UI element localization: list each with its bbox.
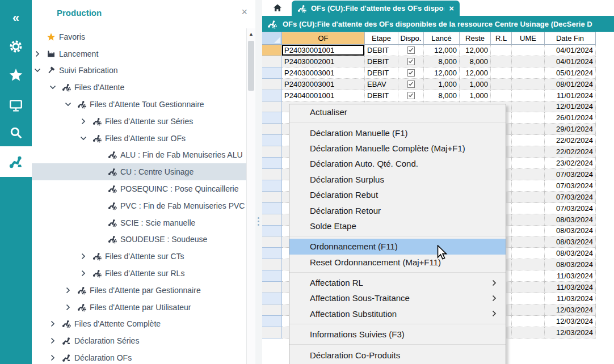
dispo-checkbox-checked[interactable]	[407, 46, 415, 54]
cell-dispo[interactable]	[398, 67, 424, 79]
cell-ume[interactable]	[512, 101, 545, 113]
tree-item[interactable]: PVC : Fin de Fab Menuiseries PVC	[32, 197, 246, 214]
dispo-checkbox-checked[interactable]	[407, 81, 415, 88]
cell-of[interactable]: P24030002001	[282, 56, 365, 67]
cell-reste[interactable]: 1,000	[460, 79, 491, 90]
cell-ume[interactable]	[512, 293, 545, 304]
cell-ume[interactable]	[512, 124, 545, 135]
search-icon[interactable]	[0, 121, 32, 144]
cell-date[interactable]: 12/03/2024	[545, 316, 596, 327]
menu-item[interactable]: Informations Suivies (F3)	[289, 327, 506, 342]
menu-item[interactable]: Solde Etape	[289, 218, 506, 234]
menu-item[interactable]: Déclaration Manuelle (F1)	[289, 125, 506, 140]
menu-item[interactable]: Reset Ordonnancement (Maj+F11)	[289, 255, 506, 270]
menu-item[interactable]: Affectation Substitution	[289, 306, 506, 321]
cell-rl[interactable]	[491, 79, 512, 90]
scrollbar-up-arrow-icon[interactable]: ▲	[247, 29, 255, 39]
favorites-star-icon[interactable]	[0, 64, 32, 86]
menu-item[interactable]: Déclaration Manuelle Complète (Maj+F1)	[289, 141, 506, 156]
cell-ume[interactable]	[512, 316, 545, 327]
screens-monitor-icon[interactable]	[0, 94, 32, 117]
cell-etape[interactable]: DEBIT	[365, 56, 398, 67]
chevron-down-icon[interactable]	[35, 66, 47, 74]
row-selector[interactable]	[262, 192, 282, 203]
cell-ume[interactable]	[512, 146, 545, 158]
cell-ume[interactable]	[512, 259, 545, 270]
tree-item[interactable]: Files d'Attente Tout Gestionnaire	[32, 96, 246, 113]
cell-reste[interactable]: 12,000	[460, 67, 491, 79]
tree-item[interactable]: Files d'Attente sur Séries	[32, 113, 246, 130]
row-selector[interactable]	[262, 214, 282, 226]
cell-date[interactable]: 29/01/2024	[545, 124, 596, 135]
row-selector[interactable]	[262, 135, 282, 146]
column-header-of[interactable]: OF	[282, 32, 365, 45]
row-selector[interactable]	[262, 226, 282, 237]
cell-dispo[interactable]	[398, 45, 424, 56]
row-selector[interactable]	[262, 236, 282, 248]
modules-gear-icon[interactable]	[0, 35, 32, 58]
row-selector[interactable]	[262, 270, 282, 282]
tree-item[interactable]: ALU : Fin de Fab Menuiseries ALU	[32, 147, 246, 164]
row-selector[interactable]	[262, 282, 282, 293]
tree-item[interactable]: POSEQUINC : Pose Quincaillerie	[32, 180, 246, 197]
tree-item[interactable]: Files d'Attente sur OFs	[32, 130, 246, 147]
row-selector[interactable]	[262, 146, 282, 158]
menu-item[interactable]: Ordonnancement (F11)	[289, 239, 506, 254]
row-selector[interactable]	[262, 304, 282, 316]
column-header-rl[interactable]: R.L	[491, 32, 512, 45]
cell-of[interactable]: P24040001001	[282, 90, 365, 101]
cell-date[interactable]: 05/01/2024	[545, 67, 596, 79]
chevron-right-icon[interactable]	[81, 252, 92, 260]
row-selector[interactable]	[262, 90, 282, 101]
chevron-down-icon[interactable]	[66, 100, 77, 108]
cell-dispo[interactable]	[398, 79, 424, 90]
cell-etape[interactable]: DEBIT	[365, 67, 398, 79]
panel-splitter[interactable]	[255, 0, 262, 364]
menu-item[interactable]: Actualiser	[289, 104, 506, 120]
cell-date[interactable]: 04/01/2024	[545, 56, 596, 67]
row-selector[interactable]	[262, 56, 282, 67]
tree-item[interactable]: Files d'Attente	[32, 79, 246, 96]
cell-lance[interactable]: 12,000	[424, 45, 460, 56]
row-selector[interactable]	[262, 45, 282, 56]
cell-date[interactable]: 12/03/2024	[545, 304, 596, 316]
cell-of[interactable]: P24030003001	[282, 79, 365, 90]
tree-item[interactable]: Suivi Fabrication	[32, 62, 246, 79]
cell-rl[interactable]	[491, 90, 512, 101]
menu-item[interactable]: Déclaration Surplus	[289, 172, 506, 187]
close-panel-icon[interactable]: ×	[241, 7, 247, 17]
tab-home[interactable]	[264, 2, 291, 16]
cell-ume[interactable]	[512, 236, 545, 248]
cell-ume[interactable]	[512, 169, 545, 180]
cell-ume[interactable]	[512, 135, 545, 146]
cell-date[interactable]: 11/03/2024	[545, 282, 596, 293]
chevron-right-icon[interactable]	[81, 117, 92, 125]
cell-lance[interactable]: 1,000	[424, 79, 460, 90]
menu-item[interactable]: Déclaration Auto. Qté. Cond.	[289, 156, 506, 171]
row-selector[interactable]	[262, 169, 282, 180]
row-selector[interactable]	[262, 248, 282, 259]
cell-ume[interactable]	[512, 327, 545, 338]
cell-ume[interactable]	[512, 180, 545, 192]
cell-date[interactable]: 08/03/2024	[545, 259, 596, 270]
tab-active-document[interactable]: OFs (CU):File d'attente des OFs disponib…	[292, 1, 460, 16]
cell-of[interactable]: P24030001001	[282, 45, 365, 56]
tree-item[interactable]: Déclaration OFs	[32, 349, 246, 364]
chevron-right-icon[interactable]	[81, 269, 92, 277]
cell-etape[interactable]: DEBIT	[365, 45, 398, 56]
cell-ume[interactable]	[512, 214, 545, 226]
column-header-etape[interactable]: Etape	[365, 32, 398, 45]
column-header-lance[interactable]: Lancé	[424, 32, 460, 45]
cell-ume[interactable]	[512, 192, 545, 203]
cell-ume[interactable]	[512, 79, 545, 90]
cell-date[interactable]: 26/01/2024	[545, 112, 596, 124]
cell-ume[interactable]	[512, 67, 545, 79]
row-selector[interactable]	[262, 259, 282, 270]
tree-item[interactable]: Files d'Attente sur CTs	[32, 248, 246, 265]
cell-lance[interactable]: 8,000	[424, 90, 460, 101]
tree-item[interactable]: Files d'Attente Complète	[32, 316, 246, 333]
cell-date[interactable]: 07/03/2024	[545, 180, 596, 192]
cell-ume[interactable]	[512, 226, 545, 237]
menu-item[interactable]: Déclaration Retour	[289, 202, 506, 218]
row-selector[interactable]	[262, 67, 282, 79]
